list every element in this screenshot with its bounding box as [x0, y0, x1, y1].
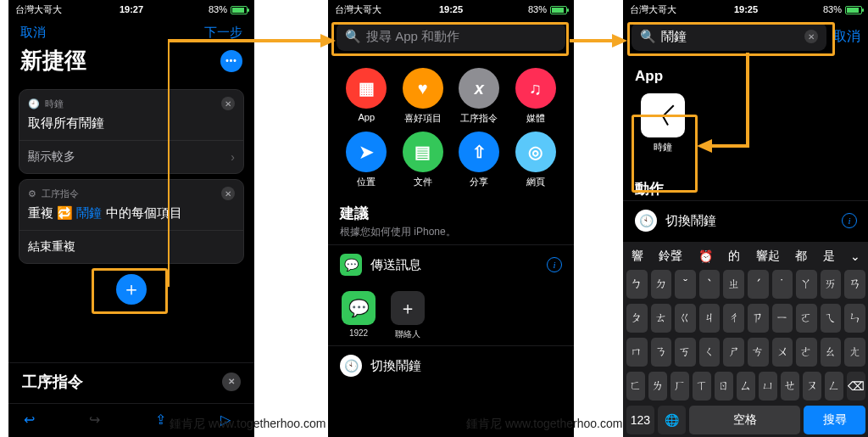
mini-app-contacts[interactable]: ＋聯絡人 [391, 291, 425, 340]
add-action-button[interactable]: ＋ [116, 274, 147, 305]
actions-section-header: 動作 [623, 169, 868, 200]
cat-script[interactable]: x工序指令 [451, 68, 508, 125]
key[interactable]: ㄚ [796, 270, 817, 299]
key[interactable]: ㄛ [796, 304, 817, 333]
cat-fav[interactable]: ♥喜好項目 [395, 68, 452, 125]
bottom-sheet-header[interactable]: 工序指令 ✕ [8, 362, 254, 400]
more-button[interactable]: ••• [220, 50, 242, 72]
cancel-button[interactable]: 取消 [833, 28, 860, 46]
key[interactable]: ㄩ [759, 372, 777, 401]
nav-row: 取消 下一步 [8, 19, 254, 46]
status-bar: 台灣大哥大 19:25 83% [328, 0, 574, 19]
key[interactable]: ˋ [699, 270, 721, 299]
key[interactable]: ㄧ [772, 304, 793, 333]
chevron-down-icon[interactable]: ⌄ [849, 249, 862, 263]
action-card-clock[interactable]: 🕘 時鐘 ✕ 取得所有鬧鐘 顯示較多 › [19, 89, 244, 174]
key[interactable]: ㄞ [821, 270, 842, 299]
key[interactable]: ㄋ [651, 338, 672, 367]
cat-media[interactable]: ♫媒體 [508, 68, 565, 125]
key-search[interactable]: 搜尋 [804, 406, 865, 434]
key[interactable]: ㄔ [723, 304, 744, 333]
key[interactable]: ㄕ [723, 338, 744, 367]
action-row-toggle-alarm[interactable]: 🕙 切換鬧鐘 i [623, 200, 868, 240]
key[interactable]: ㄖ [715, 372, 733, 401]
key[interactable]: ㄝ [781, 372, 799, 401]
redo-icon[interactable]: ↪︎ [89, 412, 108, 430]
key[interactable]: ㄎ [675, 338, 696, 367]
key[interactable]: ㄏ [670, 372, 689, 401]
key[interactable]: ㄐ [699, 304, 721, 333]
key[interactable]: ㄜ [796, 338, 817, 367]
candidate-bar[interactable]: 響 鈴聲 ⏰ 的 響起 都 是 ⌄ [623, 245, 868, 267]
cat-loc[interactable]: ➤位置 [338, 132, 395, 188]
close-icon[interactable]: ✕ [222, 373, 241, 391]
key[interactable]: ㄈ [626, 372, 645, 401]
key[interactable]: ㄥ [825, 372, 843, 401]
key[interactable]: ˊ [748, 270, 769, 299]
app-tile-clock[interactable]: 時鐘 [635, 93, 691, 154]
search-input[interactable]: 🔍 鬧鐘 ✕ [632, 22, 826, 51]
next-button[interactable]: 下一步 [204, 25, 242, 41]
key[interactable]: ㄉ [651, 270, 672, 299]
suggestions-subtitle: 根據您如何使用 iPhone。 [328, 225, 574, 244]
key[interactable]: ㄙ [737, 372, 755, 401]
cat-app[interactable]: ▦App [338, 68, 395, 125]
search-icon: 🔍 [345, 29, 361, 44]
mini-app-1922[interactable]: 💬1922 [342, 291, 376, 340]
search-placeholder: 搜尋 App 和動作 [366, 29, 459, 45]
cat-share[interactable]: ⇧分享 [451, 132, 508, 188]
phone-1: 台灣大哥大 19:27 83% 取消 下一步 新捷徑 ••• 🕘 時鐘 ✕ 取得… [8, 0, 254, 437]
key[interactable]: ㄆ [626, 304, 648, 333]
info-icon[interactable]: i [842, 213, 857, 228]
category-grid: ▦App ♥喜好項目 x工序指令 ♫媒體 ➤位置 ▤文件 ⇧分享 ◎網頁 [328, 58, 574, 193]
key-123[interactable]: 123 [626, 406, 654, 434]
key[interactable]: ˙ [772, 270, 793, 299]
key[interactable]: ㄡ [803, 372, 821, 401]
card-action-label: 取得所有鬧鐘 [19, 112, 243, 140]
key[interactable]: ㄟ [821, 304, 842, 333]
key[interactable]: ㄨ [772, 338, 793, 367]
key[interactable]: ㄣ [844, 304, 865, 333]
repeat-icon: 🔁 [57, 205, 73, 220]
key[interactable]: ㄘ [748, 338, 769, 367]
carrier-label: 台灣大哥大 [15, 3, 92, 16]
action-card-repeat[interactable]: ⚙︎ 工序指令 ✕ 重複 🔁 鬧鐘 中的每個項目 結束重複 [19, 179, 244, 264]
key[interactable]: ㄢ [844, 270, 865, 299]
key-space[interactable]: 空格 [689, 406, 801, 434]
key[interactable]: ㄍ [675, 304, 696, 333]
key[interactable]: ㄅ [626, 270, 648, 299]
key[interactable]: ㄊ [651, 304, 672, 333]
key[interactable]: ㄓ [723, 270, 744, 299]
clear-icon[interactable]: ✕ [804, 30, 818, 43]
key[interactable]: ㄠ [821, 338, 842, 367]
card-app-label: 工序指令 [42, 188, 79, 200]
app-tile-label: 時鐘 [635, 141, 691, 154]
suggestion-row-alarm[interactable]: 🕙 切換鬧鐘 [328, 345, 574, 385]
end-repeat-label: 結束重複 [19, 230, 243, 263]
search-input[interactable]: 🔍 搜尋 App 和動作 [337, 22, 565, 51]
annotation-arrow [570, 34, 629, 51]
variable-link[interactable]: 鬧鐘 [76, 205, 102, 220]
key[interactable]: ㄤ [844, 338, 865, 367]
cat-doc[interactable]: ▤文件 [395, 132, 452, 188]
repeat-line: 重複 🔁 鬧鐘 中的每個項目 [19, 202, 243, 230]
cat-web[interactable]: ◎網頁 [508, 132, 565, 188]
cancel-button[interactable]: 取消 [20, 25, 46, 41]
share-icon: ⇧ [459, 132, 499, 172]
close-icon[interactable]: ✕ [221, 97, 235, 110]
key[interactable]: ㄒ [693, 372, 711, 401]
chevron-right-icon: › [231, 150, 235, 164]
suggestion-row-message[interactable]: 💬 傳送訊息 i [328, 244, 574, 284]
undo-icon[interactable]: ↩︎ [24, 412, 42, 430]
info-icon[interactable]: i [547, 257, 562, 272]
key[interactable]: ㄇ [626, 338, 648, 367]
key-globe[interactable]: 🌐 [658, 406, 686, 434]
key[interactable]: ㄌ [648, 372, 667, 401]
key[interactable]: ㄗ [748, 304, 769, 333]
close-icon[interactable]: ✕ [221, 187, 235, 200]
key[interactable]: ˇ [675, 270, 696, 299]
status-bar: 台灣大哥大 19:25 83% [623, 0, 868, 19]
show-more-row[interactable]: 顯示較多 › [19, 140, 243, 173]
key[interactable]: ㄑ [699, 338, 721, 367]
key-delete[interactable]: ⌫ [847, 372, 865, 401]
